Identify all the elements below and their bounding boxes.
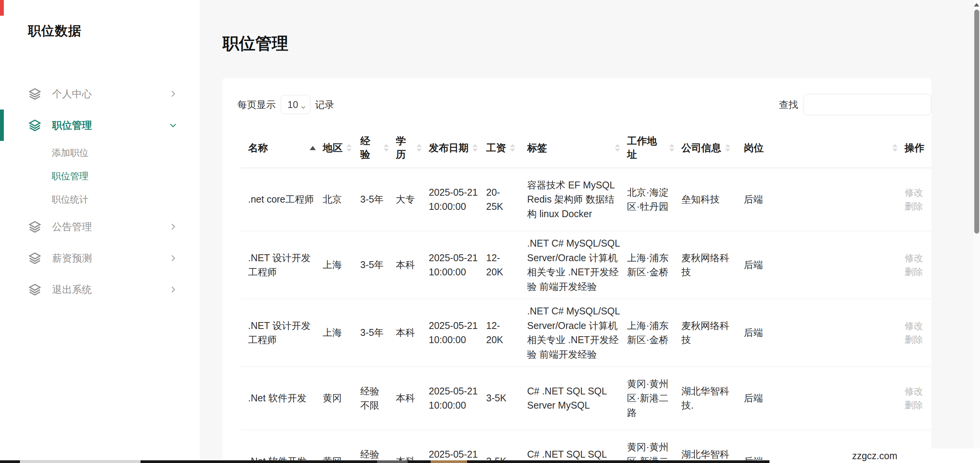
- vertical-scrollbar-thumb[interactable]: [974, 10, 979, 234]
- cell-education: 本科: [396, 258, 429, 272]
- sidebar-nav: 个人中心职位管理添加职位职位管理职位统计公告管理薪资预测退出系统: [0, 78, 200, 305]
- cell-date: 2025-05-21 10:00:00: [429, 251, 486, 280]
- cell-post: 后端: [744, 326, 905, 340]
- horizontal-scrollbar[interactable]: [0, 460, 771, 463]
- sidebar-subitem-add-job[interactable]: 添加职位: [0, 141, 200, 164]
- cell-education: 大专: [396, 192, 429, 207]
- scroll-up-arrow-icon[interactable]: [974, 3, 979, 7]
- column-header-label: 标签: [527, 141, 547, 155]
- sort-arrows-icon: [615, 144, 620, 152]
- delete-link[interactable]: 删除: [905, 200, 931, 213]
- cell-tags: 容器技术 EF MySQL Redis 架构师 数据结构 linux Docke…: [527, 178, 627, 221]
- table-row: .Net 软件开发黄冈经验不限本科2025-05-21 10:00:003-5K…: [241, 367, 931, 430]
- sidebar-item-label: 个人中心: [52, 87, 92, 101]
- column-header-salary[interactable]: 工资: [486, 141, 527, 155]
- cell-tags: C# .NET SQL SQL Server MySQL: [527, 384, 627, 413]
- cell-name: .net core工程师: [248, 192, 323, 207]
- edit-link[interactable]: 修改: [905, 186, 931, 200]
- bottom-bar-segment-gray: [377, 460, 408, 463]
- cell-company: 垒知科技: [681, 192, 744, 207]
- layers-icon: [28, 251, 42, 265]
- cell-tags: .NET C# MySQL/SQL Server/Oracle 计算机相关专业 …: [527, 304, 627, 362]
- cell-education: 本科: [396, 326, 429, 340]
- cell-salary: 20-25K: [486, 185, 527, 214]
- sidebar-subitem-job-statistics[interactable]: 职位统计: [0, 188, 200, 211]
- layers-icon: [28, 118, 42, 132]
- cell-date: 2025-05-21 10:00:00: [429, 384, 486, 413]
- cell-post: 后端: [744, 258, 905, 272]
- search-input[interactable]: [804, 94, 931, 115]
- sidebar-item-label: 职位管理: [52, 119, 92, 132]
- chevron-right-icon: [168, 285, 178, 294]
- table-row: .NET 设计开发工程师上海3-5年本科2025-05-21 10:00:001…: [241, 299, 931, 367]
- sidebar-item-exit-system[interactable]: 退出系统: [0, 274, 200, 305]
- column-header-region[interactable]: 地区: [323, 141, 360, 155]
- search-control: 查找: [779, 94, 931, 115]
- column-header-label: 岗位: [744, 141, 764, 155]
- cell-actions: 修改删除: [905, 186, 931, 213]
- layers-icon: [28, 220, 42, 234]
- column-header-company[interactable]: 公司信息: [681, 141, 744, 155]
- edit-link[interactable]: 修改: [905, 251, 931, 265]
- sort-arrows-icon: [892, 144, 898, 152]
- sidebar-item-announcement-management[interactable]: 公告管理: [0, 211, 200, 242]
- delete-link[interactable]: 删除: [905, 398, 931, 412]
- cell-name: .Net 软件开发: [248, 391, 323, 406]
- horizontal-scrollbar-thumb[interactable]: [20, 460, 140, 463]
- cell-experience: 3-5年: [360, 192, 396, 207]
- chevron-down-icon: [300, 101, 306, 108]
- cell-experience: 3-5年: [360, 326, 396, 340]
- cell-address: 上海·浦东新区·金桥: [627, 251, 681, 280]
- sidebar-item-personal-center[interactable]: 个人中心: [0, 78, 200, 110]
- column-header-experience[interactable]: 经验: [360, 134, 396, 161]
- vertical-scrollbar[interactable]: [973, 0, 980, 463]
- cell-region: 上海: [323, 258, 360, 272]
- delete-link[interactable]: 删除: [905, 265, 931, 279]
- cell-address: 北京·海淀区·牡丹园: [627, 185, 681, 214]
- sort-arrows-icon: [669, 144, 675, 152]
- red-edge-marker: [0, 0, 4, 16]
- column-header-post[interactable]: 岗位: [744, 141, 905, 155]
- cell-region: 上海: [323, 326, 360, 340]
- column-header-label: 学历: [396, 134, 413, 161]
- column-header-actions: 操作: [905, 141, 931, 155]
- column-header-address[interactable]: 工作地址: [627, 134, 681, 161]
- column-header-education[interactable]: 学历: [396, 134, 429, 161]
- sort-asc-icon: [310, 146, 316, 150]
- sidebar-subitem-job-management-list[interactable]: 职位管理: [0, 164, 200, 188]
- per-page-prefix-label: 每页显示: [237, 98, 276, 111]
- sidebar-item-job-management[interactable]: 职位管理: [0, 110, 200, 141]
- chevron-right-icon: [168, 222, 178, 231]
- page-title: 职位管理: [222, 33, 288, 55]
- jobs-table: 名称地区经验学历发布日期工资标签工作地址公司信息岗位操作 .net core工程…: [241, 134, 931, 463]
- chevron-down-icon: [168, 121, 178, 130]
- column-header-tags[interactable]: 标签: [527, 141, 627, 155]
- sidebar-item-label: 退出系统: [52, 283, 92, 296]
- edit-link[interactable]: 修改: [905, 384, 931, 398]
- bottom-bar-segment-tan: [431, 460, 467, 463]
- column-header-label: 工作地址: [627, 134, 665, 161]
- edit-link[interactable]: 修改: [905, 319, 931, 333]
- sort-arrows-icon: [416, 144, 422, 152]
- table-row: .NET 设计开发工程师上海3-5年本科2025-05-21 10:00:001…: [241, 231, 931, 299]
- column-header-name[interactable]: 名称: [248, 141, 323, 155]
- sidebar: 职位数据 个人中心职位管理添加职位职位管理职位统计公告管理薪资预测退出系统: [0, 0, 200, 463]
- column-header-label: 地区: [323, 141, 343, 155]
- sidebar-item-salary-prediction[interactable]: 薪资预测: [0, 242, 200, 274]
- sort-arrows-icon: [725, 144, 730, 152]
- cell-date: 2025-05-21 10:00:00: [429, 185, 486, 214]
- column-header-date[interactable]: 发布日期: [429, 141, 486, 155]
- cell-address: 黄冈·黄州区·新港二路: [627, 377, 681, 420]
- chevron-right-icon: [168, 89, 178, 98]
- cell-region: 北京: [323, 192, 360, 207]
- delete-link[interactable]: 删除: [905, 333, 931, 347]
- per-page-suffix-label: 记录: [315, 98, 334, 111]
- search-label: 查找: [779, 98, 798, 111]
- cell-actions: 修改删除: [905, 384, 931, 412]
- column-header-label: 公司信息: [681, 141, 721, 155]
- sidebar-title: 职位数据: [28, 22, 82, 40]
- per-page-select[interactable]: 10: [281, 95, 310, 114]
- column-header-label: 名称: [248, 141, 268, 155]
- chevron-right-icon: [168, 254, 178, 263]
- table-body: .net core工程师北京3-5年大专2025-05-21 10:00:002…: [241, 168, 931, 463]
